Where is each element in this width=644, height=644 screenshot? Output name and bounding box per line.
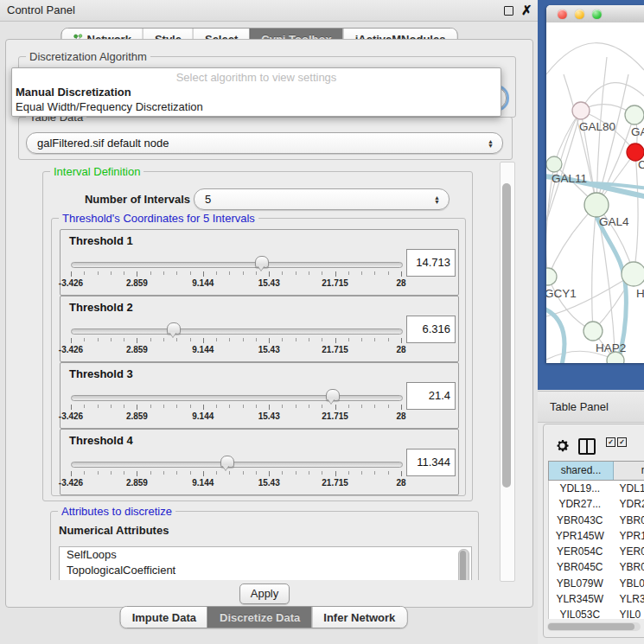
attribute-item[interactable]: SelfLoops	[60, 547, 471, 563]
slider-tick	[150, 271, 151, 275]
apply-button[interactable]: Apply	[239, 583, 290, 604]
node-ga[interactable]	[625, 105, 644, 124]
slider-thumb[interactable]	[167, 322, 181, 335]
settings-scrollbar[interactable]	[500, 162, 515, 582]
slider-tick	[309, 338, 309, 341]
threshold-slider[interactable]: -3.4262.8599.14415.4321.71528	[71, 322, 401, 357]
slider-tick	[216, 271, 217, 275]
threshold-value-field[interactable]: 14.713	[406, 249, 456, 277]
edge[interactable]	[548, 205, 596, 277]
slider-tick	[190, 471, 191, 475]
slider-tick	[229, 271, 230, 275]
edge[interactable]	[548, 277, 593, 331]
numerical-attributes-list[interactable]: SelfLoopsTopologicalCoefficientBetweenne…	[59, 546, 472, 580]
threshold-slider[interactable]: -3.4262.8599.14415.4321.71528	[71, 389, 401, 424]
attribute-item[interactable]: BetweennessCentrality	[60, 578, 471, 580]
slider-tick	[309, 405, 309, 408]
table-row[interactable]: YPR145WYPR1	[549, 528, 644, 544]
column-header-1[interactable]: shared...	[549, 462, 614, 480]
slider-tick	[137, 471, 137, 476]
node-gal80[interactable]	[572, 102, 590, 119]
combo-arrows-icon: ▲▼	[434, 195, 440, 204]
edge[interactable]	[546, 43, 644, 74]
checkbox-icon[interactable]: ✓	[606, 437, 615, 447]
slider-tick	[282, 405, 283, 408]
float-window-icon[interactable]	[504, 6, 513, 16]
node-h[interactable]	[622, 262, 644, 286]
slider-thumb[interactable]	[255, 256, 269, 268]
table-panel: Table Panel ✓ ✓ shared...n... YDL19...YD…	[538, 390, 644, 644]
threshold-slider[interactable]: -3.4262.8599.14415.4321.71528	[71, 256, 401, 290]
table-row[interactable]: YDL19...YDL1	[549, 481, 644, 496]
slider-tick-label: 15.43	[258, 478, 280, 488]
threshold-value-field[interactable]: 21.4	[406, 382, 456, 410]
network-view-frame: GAL80GACGAL11GAL4GCY1HHAP2	[538, 0, 644, 390]
attribute-item[interactable]: TopologicalCoefficient	[60, 563, 471, 578]
table-row[interactable]: YBL079WYBL0	[549, 576, 644, 591]
slider-tick	[190, 405, 191, 408]
threshold-slider[interactable]: -3.4262.8599.14415.4321.71528	[71, 456, 401, 490]
slider-tick	[388, 338, 389, 341]
slider-tick	[296, 405, 296, 408]
mac-minimize-icon[interactable]	[575, 10, 584, 19]
node-gcy1[interactable]	[546, 268, 557, 285]
slider-tick-label: 21.715	[322, 411, 348, 421]
node-gal11[interactable]	[546, 156, 562, 172]
thresholds-group: Threshold's Coordinates for 5 Intervals …	[51, 218, 466, 496]
cell-shared-name: YPR145W	[549, 528, 611, 544]
slider-thumb[interactable]	[326, 389, 340, 401]
screen: Control Panel ✗ NetworkStyleSelectCyni T…	[0, 0, 644, 644]
threshold-value-field[interactable]: 6.316	[406, 316, 456, 343]
bottom-tab-infer-network[interactable]: Infer Network	[311, 607, 406, 628]
bottom-tab-discretize-data[interactable]: Discretize Data	[207, 607, 311, 628]
mac-zoom-icon[interactable]	[592, 10, 602, 19]
table-data-value: galFiltered.sif default node	[37, 133, 169, 153]
mac-close-icon[interactable]	[558, 10, 567, 19]
slider-tick	[71, 405, 72, 410]
node-hap2[interactable]	[583, 322, 603, 341]
table-row[interactable]: YBR043CYBR0	[549, 513, 644, 528]
attributes-scrollbar[interactable]	[458, 549, 469, 580]
interval-definition-group: Interval Definition Number of Intervals …	[42, 171, 473, 501]
edge[interactable]	[592, 205, 596, 331]
scrollbar-thumb[interactable]	[502, 183, 511, 488]
node-label: GAL11	[552, 172, 587, 185]
table-row[interactable]: YLR345WYLR3	[549, 591, 644, 607]
bottom-tab-impute-data[interactable]: Impute Data	[121, 607, 207, 628]
dropdown-option-equal-width-frequency[interactable]: Equal Width/Frequency Discretization	[12, 99, 501, 114]
table-data-combobox[interactable]: galFiltered.sif default node ▲▼	[26, 132, 503, 154]
slider-tick	[361, 471, 362, 475]
slider-tick	[98, 271, 99, 275]
table-row[interactable]: YIL053CYIL0	[549, 607, 644, 619]
threshold-value-field[interactable]: 11.344	[406, 449, 456, 476]
cyni-bottom-tabbar: Impute DataDiscretize DataInfer Network	[120, 606, 408, 628]
column-header-2[interactable]: n...	[614, 462, 644, 480]
slider-tick	[150, 338, 151, 341]
table-row[interactable]: YDR27...YDR2	[549, 496, 644, 512]
slider-tick	[335, 471, 336, 476]
slider-tick-label: 28	[396, 478, 405, 488]
table-row[interactable]: YBR045CYBR0	[549, 559, 644, 575]
slider-tick	[216, 405, 217, 408]
network-canvas[interactable]: GAL80GACGAL11GAL4GCY1HHAP2	[546, 22, 644, 363]
gear-icon[interactable]	[555, 438, 570, 453]
cell-name: YIL0	[611, 607, 644, 619]
node-gal4[interactable]	[584, 193, 609, 217]
slider-tick	[348, 405, 349, 408]
slider-thumb[interactable]	[220, 456, 234, 468]
network-window-titlebar	[546, 5, 644, 23]
checkbox-icon[interactable]: ✓	[617, 437, 627, 447]
slider-tick	[176, 271, 177, 275]
number-of-intervals-combobox[interactable]: 5 ▲▼	[194, 188, 450, 210]
slider-tick-label: 21.715	[322, 345, 348, 354]
table-horizontal-scrollbar[interactable]	[547, 622, 641, 631]
cell-name: YDL1	[611, 481, 644, 496]
column-settings-icon[interactable]	[578, 438, 596, 455]
dropdown-placeholder-item[interactable]: Select algorithm to view settings	[12, 70, 501, 85]
node-label: GAL80	[579, 120, 615, 133]
dropdown-option-manual-discretization[interactable]: Manual Discretization	[12, 85, 501, 99]
close-icon[interactable]: ✗	[521, 1, 532, 20]
scrollbar-thumb[interactable]	[548, 623, 634, 630]
table-row[interactable]: YER054CYER0	[549, 544, 644, 559]
threshold-label: Threshold 4	[69, 434, 133, 447]
